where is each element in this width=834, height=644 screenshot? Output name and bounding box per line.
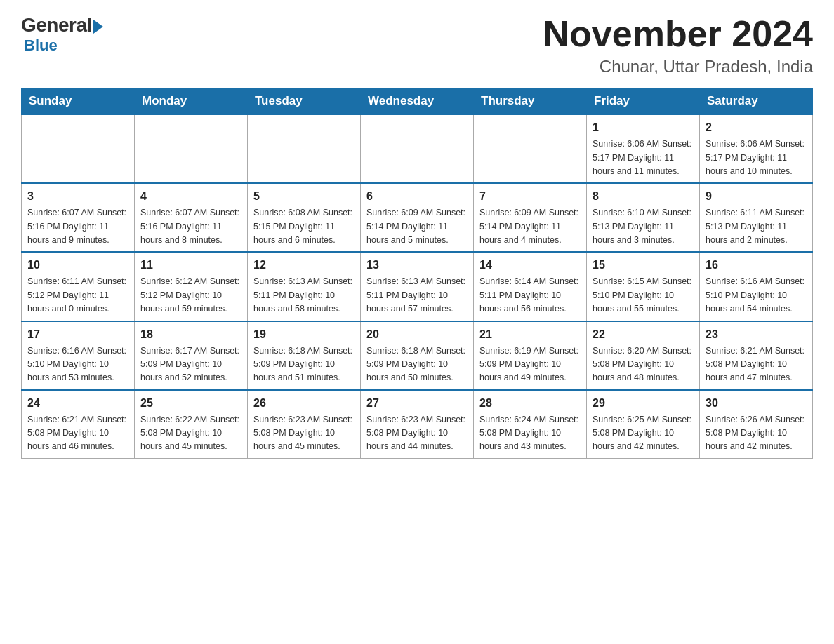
logo-triangle-icon xyxy=(93,20,103,34)
day-info: Sunrise: 6:11 AM Sunset: 5:12 PM Dayligh… xyxy=(27,275,128,316)
day-number: 6 xyxy=(366,188,468,205)
day-number: 3 xyxy=(27,188,128,205)
week-row: 17Sunrise: 6:16 AM Sunset: 5:10 PM Dayli… xyxy=(22,321,813,390)
calendar-cell: 18Sunrise: 6:17 AM Sunset: 5:09 PM Dayli… xyxy=(135,321,248,390)
calendar-cell: 26Sunrise: 6:23 AM Sunset: 5:08 PM Dayli… xyxy=(248,390,361,459)
calendar-day-header: Monday xyxy=(135,88,248,115)
calendar-cell xyxy=(135,114,248,183)
day-number: 21 xyxy=(479,326,581,343)
calendar-cell: 16Sunrise: 6:16 AM Sunset: 5:10 PM Dayli… xyxy=(700,252,813,321)
calendar-cell: 1Sunrise: 6:06 AM Sunset: 5:17 PM Daylig… xyxy=(587,114,700,183)
day-number: 5 xyxy=(253,188,355,205)
day-info: Sunrise: 6:20 AM Sunset: 5:08 PM Dayligh… xyxy=(593,344,694,385)
day-number: 4 xyxy=(140,188,241,205)
day-info: Sunrise: 6:22 AM Sunset: 5:08 PM Dayligh… xyxy=(140,413,241,454)
day-info: Sunrise: 6:15 AM Sunset: 5:10 PM Dayligh… xyxy=(593,275,694,316)
logo-blue-text: Blue xyxy=(24,36,58,55)
day-number: 22 xyxy=(593,326,694,343)
day-info: Sunrise: 6:18 AM Sunset: 5:09 PM Dayligh… xyxy=(253,344,355,385)
calendar-cell: 19Sunrise: 6:18 AM Sunset: 5:09 PM Dayli… xyxy=(248,321,361,390)
day-number: 28 xyxy=(479,395,581,412)
calendar-cell: 5Sunrise: 6:08 AM Sunset: 5:15 PM Daylig… xyxy=(248,183,361,252)
calendar-day-header: Sunday xyxy=(22,88,135,115)
day-number: 16 xyxy=(706,257,807,274)
calendar-cell: 2Sunrise: 6:06 AM Sunset: 5:17 PM Daylig… xyxy=(700,114,813,183)
logo-general-text: General xyxy=(21,14,92,36)
location-title: Chunar, Uttar Pradesh, India xyxy=(543,57,813,76)
day-number: 29 xyxy=(593,395,694,412)
calendar-cell: 11Sunrise: 6:12 AM Sunset: 5:12 PM Dayli… xyxy=(135,252,248,321)
day-number: 20 xyxy=(366,326,468,343)
calendar-day-header: Tuesday xyxy=(248,88,361,115)
day-number: 1 xyxy=(593,119,694,136)
calendar-cell: 12Sunrise: 6:13 AM Sunset: 5:11 PM Dayli… xyxy=(248,252,361,321)
calendar-cell: 28Sunrise: 6:24 AM Sunset: 5:08 PM Dayli… xyxy=(474,390,587,459)
day-number: 15 xyxy=(593,257,694,274)
day-number: 23 xyxy=(706,326,807,343)
day-number: 10 xyxy=(27,257,128,274)
day-info: Sunrise: 6:16 AM Sunset: 5:10 PM Dayligh… xyxy=(27,344,128,385)
day-number: 7 xyxy=(479,188,581,205)
day-info: Sunrise: 6:24 AM Sunset: 5:08 PM Dayligh… xyxy=(479,413,581,454)
day-number: 17 xyxy=(27,326,128,343)
calendar-cell: 9Sunrise: 6:11 AM Sunset: 5:13 PM Daylig… xyxy=(700,183,813,252)
calendar-cell: 4Sunrise: 6:07 AM Sunset: 5:16 PM Daylig… xyxy=(135,183,248,252)
day-info: Sunrise: 6:09 AM Sunset: 5:14 PM Dayligh… xyxy=(479,206,581,247)
calendar-cell xyxy=(22,114,135,183)
day-info: Sunrise: 6:07 AM Sunset: 5:16 PM Dayligh… xyxy=(27,206,128,247)
day-info: Sunrise: 6:12 AM Sunset: 5:12 PM Dayligh… xyxy=(140,275,241,316)
page-header: General Blue November 2024 Chunar, Uttar… xyxy=(21,14,813,76)
calendar-cell: 10Sunrise: 6:11 AM Sunset: 5:12 PM Dayli… xyxy=(22,252,135,321)
calendar-cell: 6Sunrise: 6:09 AM Sunset: 5:14 PM Daylig… xyxy=(361,183,474,252)
day-number: 24 xyxy=(27,395,128,412)
calendar-day-header: Saturday xyxy=(700,88,813,115)
week-row: 1Sunrise: 6:06 AM Sunset: 5:17 PM Daylig… xyxy=(22,114,813,183)
day-number: 13 xyxy=(366,257,468,274)
day-info: Sunrise: 6:21 AM Sunset: 5:08 PM Dayligh… xyxy=(706,344,807,385)
day-info: Sunrise: 6:18 AM Sunset: 5:09 PM Dayligh… xyxy=(366,344,468,385)
day-info: Sunrise: 6:16 AM Sunset: 5:10 PM Dayligh… xyxy=(706,275,807,316)
day-number: 19 xyxy=(253,326,355,343)
calendar-cell: 25Sunrise: 6:22 AM Sunset: 5:08 PM Dayli… xyxy=(135,390,248,459)
calendar-cell: 21Sunrise: 6:19 AM Sunset: 5:09 PM Dayli… xyxy=(474,321,587,390)
calendar-cell: 20Sunrise: 6:18 AM Sunset: 5:09 PM Dayli… xyxy=(361,321,474,390)
day-number: 18 xyxy=(140,326,241,343)
calendar-cell: 15Sunrise: 6:15 AM Sunset: 5:10 PM Dayli… xyxy=(587,252,700,321)
logo: General Blue xyxy=(21,14,103,55)
day-info: Sunrise: 6:08 AM Sunset: 5:15 PM Dayligh… xyxy=(253,206,355,247)
day-info: Sunrise: 6:19 AM Sunset: 5:09 PM Dayligh… xyxy=(479,344,581,385)
calendar-cell: 14Sunrise: 6:14 AM Sunset: 5:11 PM Dayli… xyxy=(474,252,587,321)
calendar-day-header: Friday xyxy=(587,88,700,115)
day-number: 12 xyxy=(253,257,355,274)
calendar-table: SundayMondayTuesdayWednesdayThursdayFrid… xyxy=(21,88,813,459)
day-info: Sunrise: 6:14 AM Sunset: 5:11 PM Dayligh… xyxy=(479,275,581,316)
day-info: Sunrise: 6:26 AM Sunset: 5:08 PM Dayligh… xyxy=(706,413,807,454)
day-number: 8 xyxy=(593,188,694,205)
day-info: Sunrise: 6:10 AM Sunset: 5:13 PM Dayligh… xyxy=(593,206,694,247)
day-info: Sunrise: 6:13 AM Sunset: 5:11 PM Dayligh… xyxy=(366,275,468,316)
calendar-day-header: Thursday xyxy=(474,88,587,115)
calendar-cell xyxy=(248,114,361,183)
calendar-cell: 30Sunrise: 6:26 AM Sunset: 5:08 PM Dayli… xyxy=(700,390,813,459)
calendar-cell xyxy=(474,114,587,183)
day-info: Sunrise: 6:21 AM Sunset: 5:08 PM Dayligh… xyxy=(27,413,128,454)
calendar-cell: 7Sunrise: 6:09 AM Sunset: 5:14 PM Daylig… xyxy=(474,183,587,252)
day-number: 27 xyxy=(366,395,468,412)
calendar-cell: 23Sunrise: 6:21 AM Sunset: 5:08 PM Dayli… xyxy=(700,321,813,390)
calendar-day-header: Wednesday xyxy=(361,88,474,115)
day-info: Sunrise: 6:25 AM Sunset: 5:08 PM Dayligh… xyxy=(593,413,694,454)
day-number: 9 xyxy=(706,188,807,205)
calendar-cell: 13Sunrise: 6:13 AM Sunset: 5:11 PM Dayli… xyxy=(361,252,474,321)
day-info: Sunrise: 6:11 AM Sunset: 5:13 PM Dayligh… xyxy=(706,206,807,247)
calendar-cell xyxy=(361,114,474,183)
week-row: 24Sunrise: 6:21 AM Sunset: 5:08 PM Dayli… xyxy=(22,390,813,459)
calendar-header-row: SundayMondayTuesdayWednesdayThursdayFrid… xyxy=(22,88,813,115)
day-info: Sunrise: 6:09 AM Sunset: 5:14 PM Dayligh… xyxy=(366,206,468,247)
calendar-cell: 24Sunrise: 6:21 AM Sunset: 5:08 PM Dayli… xyxy=(22,390,135,459)
day-number: 26 xyxy=(253,395,355,412)
day-number: 14 xyxy=(479,257,581,274)
week-row: 3Sunrise: 6:07 AM Sunset: 5:16 PM Daylig… xyxy=(22,183,813,252)
day-number: 30 xyxy=(706,395,807,412)
day-number: 11 xyxy=(140,257,241,274)
calendar-cell: 29Sunrise: 6:25 AM Sunset: 5:08 PM Dayli… xyxy=(587,390,700,459)
